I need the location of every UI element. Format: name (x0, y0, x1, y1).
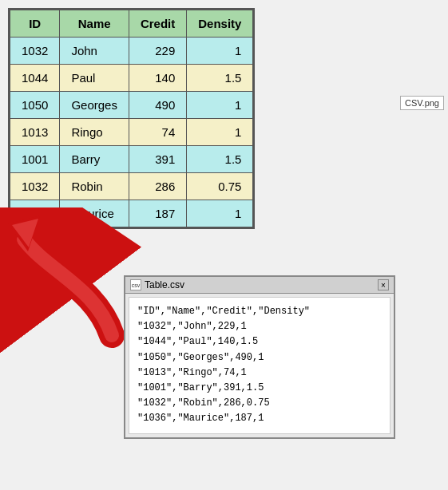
cell-id: 1001 (10, 146, 60, 173)
cell-name: Barry (60, 146, 129, 173)
csv-popup-title-group: csv Table.csv (130, 279, 184, 290)
table-row: 1044Paul1401.5 (10, 65, 253, 92)
cell-name: Paul (60, 65, 129, 92)
cell-density: 0.75 (187, 173, 253, 200)
cell-credit: 490 (129, 92, 186, 119)
table-row: 1050Georges4901 (10, 92, 253, 119)
cell-density: 1 (187, 119, 253, 146)
cell-name: John (60, 38, 129, 65)
csv-popup-titlebar: csv Table.csv × (125, 277, 394, 294)
cell-density: 1 (187, 200, 253, 227)
arrow-graphic (0, 207, 144, 367)
table-row: 1001Barry3911.5 (10, 146, 253, 173)
cell-id: 1032 (10, 173, 60, 200)
cell-name: Georges (60, 92, 129, 119)
cell-credit: 391 (129, 146, 186, 173)
csv-png-label: CSV.png (400, 96, 444, 110)
csv-popup-window: csv Table.csv × "ID","Name","Credit","De… (124, 275, 395, 439)
cell-id: 1044 (10, 65, 60, 92)
col-header-name: Name (60, 10, 129, 38)
cell-density: 1 (187, 92, 253, 119)
table-row: 1032John2291 (10, 38, 253, 65)
csv-close-button[interactable]: × (378, 279, 389, 290)
col-header-credit: Credit (129, 10, 186, 38)
cell-credit: 74 (129, 119, 186, 146)
table-row: 1032Robin2860.75 (10, 173, 253, 200)
cell-id: 1013 (10, 119, 60, 146)
csv-popup-content: "ID","Name","Credit","Density" "1032","J… (129, 297, 391, 434)
cell-credit: 286 (129, 173, 186, 200)
col-header-density: Density (187, 10, 253, 38)
csv-popup-title-text: Table.csv (145, 279, 184, 290)
main-table: ID Name Credit Density 1032John22911044P… (8, 8, 255, 229)
cell-id: 1050 (10, 92, 60, 119)
csv-file-icon: csv (130, 279, 141, 290)
table-row: 1013Ringo741 (10, 119, 253, 146)
table-row: 1036Maurice1871 (10, 200, 253, 227)
cell-credit: 140 (129, 65, 186, 92)
col-header-id: ID (10, 10, 60, 38)
cell-name: Ringo (60, 119, 129, 146)
cell-id: 1036 (10, 200, 60, 227)
cell-id: 1032 (10, 38, 60, 65)
cell-density: 1.5 (187, 146, 253, 173)
cell-name: Maurice (60, 200, 129, 227)
cell-credit: 187 (129, 200, 186, 227)
cell-credit: 229 (129, 38, 186, 65)
cell-name: Robin (60, 173, 129, 200)
cell-density: 1 (187, 38, 253, 65)
cell-density: 1.5 (187, 65, 253, 92)
